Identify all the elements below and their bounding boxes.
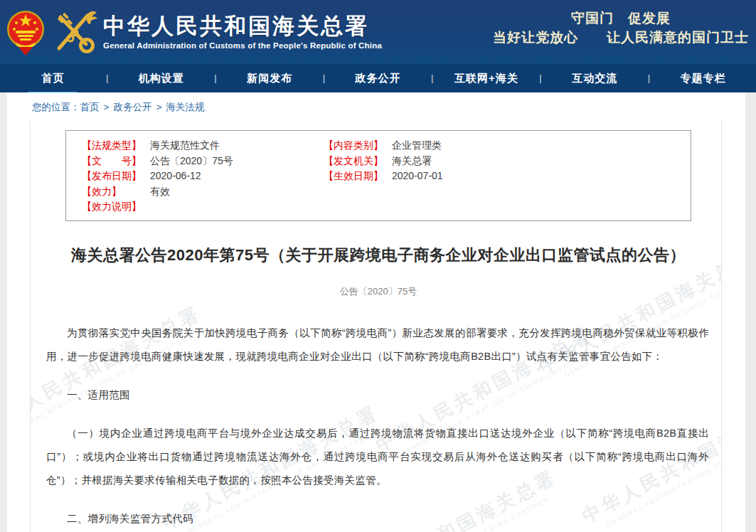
meta-row: 【效力】 有效	[82, 184, 691, 200]
nav-item-home[interactable]: 首页	[0, 64, 106, 92]
article-body: 为贯彻落实党中央国务院关于加快跨境电子商务（以下简称“跨境电商”）新业态发展的部…	[46, 321, 710, 532]
nav-item-internet-customs[interactable]: 互联网+海关	[433, 64, 539, 92]
meta-label	[324, 199, 392, 215]
meta-value: 2020-07-01	[392, 169, 691, 184]
meta-value	[392, 184, 691, 200]
meta-value	[392, 199, 691, 215]
breadcrumb-link-gov-affairs[interactable]: 政务公开	[113, 102, 151, 112]
customs-logo-icon	[50, 7, 97, 57]
scrollbar-gutter[interactable]	[745, 92, 756, 532]
meta-label	[324, 184, 392, 200]
nav-item-gov-affairs[interactable]: 政务公开	[325, 64, 431, 92]
meta-label: 【效力】	[82, 184, 150, 200]
article-paragraph: 为贯彻落实党中央国务院关于加快跨境电子商务（以下简称“跨境电商”）新业态发展的部…	[46, 321, 709, 368]
slogan-line-1: 守国门 促发展	[493, 9, 749, 28]
meta-label: 【生效日期】	[324, 169, 392, 184]
slogan-line-2: 当好让党放心 让人民满意的国门卫士	[493, 28, 749, 47]
meta-row: 【法规类型】 海关规范性文件 【内容类别】 企业管理类	[82, 138, 691, 154]
site-subtitle-en: General Administration of Customs of the…	[103, 41, 382, 50]
meta-label: 【发文机关】	[324, 154, 392, 169]
meta-label: 【文 号】	[82, 154, 150, 169]
site-header: 中华人民共和国海关总署 General Administration of Cu…	[0, 0, 756, 64]
breadcrumb-link-customs-law[interactable]: 海关法规	[166, 102, 204, 112]
nav-item-special-topics[interactable]: 专题专栏	[650, 64, 756, 92]
breadcrumb: 您的位置：首页>政务公开>海关法规	[7, 92, 745, 121]
breadcrumb-link-home[interactable]: 首页	[80, 102, 100, 112]
meta-label: 【发布日期】	[82, 169, 150, 184]
meta-value: 公告〔2020〕75号	[150, 154, 324, 169]
main-nav: 首页 | 机构设置 | 新闻发布 | 政务公开 | 互联网+海关 | 互动交流 …	[0, 64, 756, 92]
article-paragraph: （一）境内企业通过跨境电商平台与境外企业达成交易后，通过跨境物流将货物直接出口送…	[46, 422, 709, 492]
nav-item-org[interactable]: 机构设置	[108, 64, 214, 92]
meta-value: 海关总署	[392, 154, 691, 169]
article-section-heading: 一、适用范围	[46, 383, 709, 407]
meta-value	[150, 199, 324, 215]
meta-label: 【法规类型】	[82, 138, 150, 154]
breadcrumb-prefix: 您的位置：	[32, 102, 80, 112]
page-content: 您的位置：首页>政务公开>海关法规 中华人民共和国海关总署 GENERAL AD…	[7, 92, 745, 532]
left-page-gutter	[0, 92, 7, 532]
meta-row: 【文 号】 公告〔2020〕75号 【发文机关】 海关总署	[82, 154, 691, 169]
meta-row: 【发布日期】 2020-06-12 【生效日期】 2020-07-01	[82, 169, 691, 184]
breadcrumb-separator: >	[104, 102, 110, 112]
meta-value: 企业管理类	[392, 138, 691, 154]
meta-value: 2020-06-12	[150, 169, 324, 184]
meta-label: 【内容类别】	[324, 138, 392, 154]
national-emblem-icon	[6, 7, 45, 57]
nav-item-news[interactable]: 新闻发布	[217, 64, 323, 92]
meta-box: 【法规类型】 海关规范性文件 【内容类别】 企业管理类 【文 号】 公告〔202…	[65, 130, 691, 221]
meta-label: 【效力说明】	[82, 199, 150, 215]
meta-value: 海关规范性文件	[150, 138, 324, 154]
meta-value: 有效	[150, 184, 324, 200]
document-number: 公告〔2020〕75号	[46, 285, 710, 298]
article-section-heading: 二、增列海关监管方式代码	[46, 507, 709, 531]
article-container: 中华人民共和国海关总署 GENERAL ADMINISTRATION OF CH…	[30, 121, 722, 532]
article-title: 海关总署公告2020年第75号（关于开展跨境电子商务企业对企业出口监管试点的公告…	[60, 240, 696, 270]
breadcrumb-separator: >	[156, 102, 161, 112]
nav-item-interaction[interactable]: 互动交流	[542, 64, 648, 92]
meta-row: 【效力说明】	[82, 199, 691, 215]
site-title: 中华人民共和国海关总署	[103, 14, 382, 38]
header-slogans: 守国门 促发展 当好让党放心 让人民满意的国门卫士	[493, 9, 749, 47]
